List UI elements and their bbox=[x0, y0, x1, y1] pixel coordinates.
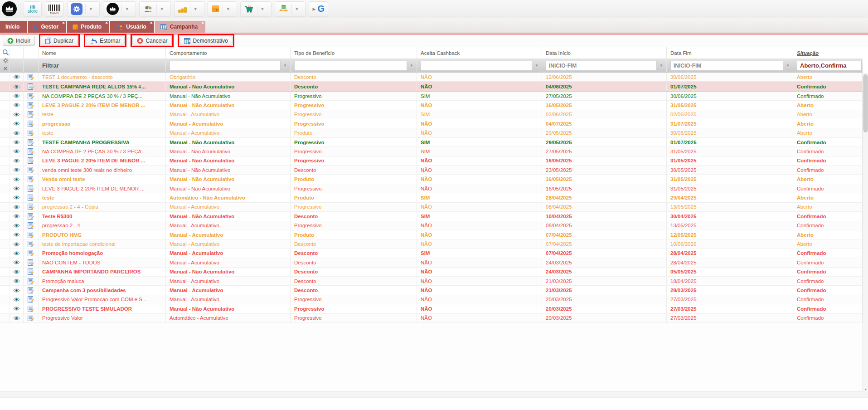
view-eye-icon[interactable] bbox=[10, 230, 24, 239]
edit-document-icon[interactable] bbox=[24, 239, 39, 248]
view-eye-icon[interactable] bbox=[10, 184, 24, 193]
edit-document-icon[interactable] bbox=[24, 258, 39, 267]
view-eye-icon[interactable] bbox=[10, 304, 24, 313]
table-row[interactable]: PRODUTO HMG Manual - Acumulativo Produto… bbox=[0, 230, 863, 239]
edit-document-icon[interactable] bbox=[24, 314, 39, 322]
view-eye-icon[interactable] bbox=[10, 239, 24, 248]
edit-document-icon[interactable] bbox=[24, 92, 39, 100]
edit-document-icon[interactable] bbox=[24, 268, 39, 276]
close-icon[interactable]: × bbox=[105, 21, 108, 25]
settings-split-button[interactable]: ▼ bbox=[67, 1, 100, 17]
edit-document-icon[interactable] bbox=[24, 304, 39, 313]
table-row[interactable]: progressao 2 - 4 - Cópia Manual - Acumul… bbox=[0, 203, 863, 212]
filter-tipo-beneficio[interactable]: ▼ bbox=[291, 59, 417, 72]
table-row[interactable]: Teste R$300 Manual - Não Acumulativo Des… bbox=[0, 212, 863, 221]
estornar-button[interactable]: Estornar bbox=[86, 36, 125, 46]
table-row[interactable]: teste de importacao condicional Manual -… bbox=[0, 239, 863, 249]
edit-document-icon[interactable] bbox=[24, 203, 39, 211]
chevron-down-icon[interactable]: ▼ bbox=[408, 61, 415, 71]
gear-icon[interactable] bbox=[3, 58, 9, 63]
tab-inicio[interactable]: Início bbox=[0, 21, 27, 33]
edit-document-icon[interactable] bbox=[24, 166, 39, 174]
chevron-down-icon[interactable]: ▼ bbox=[784, 61, 791, 71]
table-row[interactable]: venda omni teste 300 reais no dinheiro M… bbox=[0, 166, 863, 175]
edit-document-icon[interactable] bbox=[24, 175, 39, 183]
column-header-data-fim[interactable]: Data Fim bbox=[667, 47, 793, 59]
horizontal-scrollbar[interactable] bbox=[0, 391, 868, 397]
search-icon[interactable] bbox=[2, 49, 9, 56]
filter-aceita-cashback[interactable]: ▼ bbox=[417, 59, 542, 72]
product-split-button[interactable]: ▼ bbox=[208, 1, 237, 17]
view-eye-icon[interactable] bbox=[10, 92, 24, 100]
table-row[interactable]: Venda omni teste Manual - Não Acumulativ… bbox=[0, 175, 863, 184]
filter-nome[interactable]: Filtrar bbox=[39, 59, 166, 72]
duplicar-button[interactable]: Duplicar bbox=[41, 36, 78, 46]
column-header-data-inicio[interactable]: Data Início bbox=[542, 47, 667, 59]
edit-document-icon[interactable] bbox=[24, 277, 39, 285]
table-row[interactable]: progressao 2 - 4 Manual - Acumulativo Pr… bbox=[0, 221, 863, 230]
table-row[interactable]: LEVE 3 PAGUE 2 20% ITEM DE MENOR ... Man… bbox=[0, 101, 863, 110]
view-eye-icon[interactable] bbox=[10, 166, 24, 174]
chevron-down-icon[interactable]: ▼ bbox=[121, 4, 132, 14]
table-row[interactable]: Progressivo Valor Promocao com COM e S..… bbox=[0, 295, 863, 304]
filter-comportamento[interactable]: ▼ bbox=[166, 59, 291, 72]
edit-document-icon[interactable] bbox=[24, 212, 39, 220]
table-row[interactable]: Campanha com 3 possibiliadades Manual - … bbox=[0, 286, 863, 295]
close-icon[interactable]: × bbox=[62, 21, 65, 25]
column-header-aceita-cashback[interactable]: Aceita Cashback bbox=[417, 47, 542, 59]
table-row[interactable]: teste Automático - Não Acumulativo Produ… bbox=[0, 193, 863, 202]
boleto-button[interactable]: BOLETO bbox=[45, 1, 64, 17]
column-header-tipo-beneficio[interactable]: Tipo de Benefício bbox=[291, 47, 417, 59]
view-eye-icon[interactable] bbox=[10, 175, 24, 183]
scrollbar-thumb[interactable] bbox=[863, 74, 868, 132]
view-eye-icon[interactable] bbox=[10, 156, 24, 165]
view-eye-icon[interactable] bbox=[10, 82, 24, 91]
table-row[interactable]: progressao Manual - Acumulativo Progress… bbox=[0, 119, 863, 128]
table-row[interactable]: teste Manual - Acumulativo Progressivo S… bbox=[0, 110, 863, 119]
gestor-button[interactable]: ▶ G bbox=[309, 1, 328, 17]
edit-document-icon[interactable] bbox=[24, 249, 39, 258]
column-header-situacao[interactable]: Situação bbox=[793, 47, 863, 59]
view-eye-icon[interactable] bbox=[10, 268, 24, 276]
tab-campanha[interactable]: Campanha × bbox=[155, 21, 205, 33]
close-icon[interactable]: × bbox=[150, 21, 153, 25]
table-row[interactable]: Progressivo Valor Automático - Acumulati… bbox=[0, 314, 863, 323]
edit-document-icon[interactable] bbox=[24, 101, 39, 109]
view-eye-icon[interactable] bbox=[10, 203, 24, 211]
table-row[interactable]: LEVE 3 PAGUE 2 20% ITEM DE MENOR ... Man… bbox=[0, 156, 863, 166]
cancelar-button[interactable]: Cancelar bbox=[132, 36, 172, 46]
view-eye-icon[interactable] bbox=[10, 128, 24, 137]
table-row[interactable]: TEST 1 documento - desconto Obrigatório … bbox=[0, 73, 863, 82]
chevron-down-icon[interactable]: ▼ bbox=[190, 4, 201, 14]
cart-split-button[interactable]: ▼ bbox=[240, 1, 272, 17]
edit-document-icon[interactable] bbox=[24, 230, 39, 239]
view-eye-icon[interactable] bbox=[10, 73, 24, 81]
table-row[interactable]: PROGRESSIVO TESTE SIMULADOR Manual - Não… bbox=[0, 304, 863, 313]
view-eye-icon[interactable] bbox=[10, 258, 24, 267]
table-row[interactable]: Promoção homologação Manual - Acumulativ… bbox=[0, 249, 863, 258]
table-row[interactable]: NA COMPRA DE 2 PEÇAS 30 % / 3 PEÇ... Man… bbox=[0, 92, 863, 101]
tab-usuario[interactable]: Usuário × bbox=[110, 21, 154, 33]
table-row[interactable]: LEVE 3 PAGUE 2 20% ITEM DE MENOR ... Man… bbox=[0, 184, 863, 193]
edit-document-icon[interactable] bbox=[24, 138, 39, 146]
view-eye-icon[interactable] bbox=[10, 101, 24, 109]
column-header-comportamento[interactable]: Comportamento bbox=[166, 47, 291, 59]
finance-split-button[interactable]: ▼ bbox=[174, 1, 204, 17]
edit-document-icon[interactable] bbox=[24, 110, 39, 119]
table-row[interactable]: teste Manual - Acumulativo Produto NÃO 2… bbox=[0, 128, 863, 137]
chevron-down-icon[interactable]: ▼ bbox=[257, 4, 268, 14]
edit-document-icon[interactable] bbox=[24, 73, 39, 81]
view-eye-icon[interactable] bbox=[10, 277, 24, 285]
edit-document-icon[interactable] bbox=[24, 286, 39, 294]
view-eye-icon[interactable] bbox=[10, 212, 24, 220]
edit-document-icon[interactable] bbox=[24, 156, 39, 165]
table-row[interactable]: TESTE CAMPANHA REDE ALLOS 15% #... Manua… bbox=[0, 82, 863, 91]
edit-document-icon[interactable] bbox=[24, 221, 39, 230]
tab-gestor[interactable]: G Gestor × bbox=[28, 21, 66, 33]
delivery-split-button[interactable]: ▼ bbox=[275, 1, 306, 17]
column-header-nome[interactable]: Nome bbox=[39, 47, 166, 59]
table-row[interactable]: TESTE CAMPANHA PROGRESSIVA Manual - Não … bbox=[0, 138, 863, 147]
edit-document-icon[interactable] bbox=[24, 147, 39, 156]
chevron-down-icon[interactable]: ▼ bbox=[156, 4, 167, 14]
incluir-button[interactable]: Incluir bbox=[3, 36, 35, 46]
